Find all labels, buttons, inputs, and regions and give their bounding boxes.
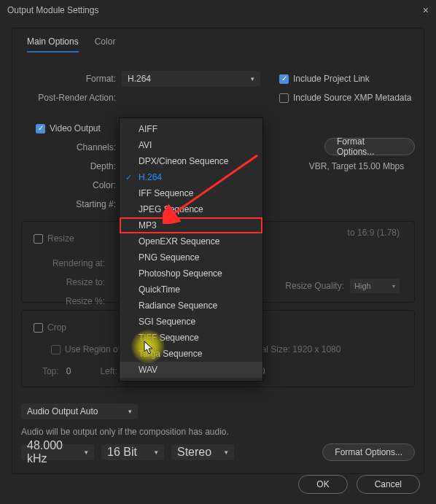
format-option-wav[interactable]: WAV: [120, 362, 262, 378]
resize-quality-value: High: [354, 282, 371, 290]
format-option-sgi-sequence[interactable]: SGI Sequence: [120, 314, 262, 330]
chevron-down-icon: ▾: [251, 75, 254, 82]
row-format: Format: H.264 ▾ Include Project Link: [21, 69, 415, 88]
format-options-button[interactable]: Format Options...: [324, 138, 415, 155]
row-post-render: Post-Render Action: Include Source XMP M…: [21, 88, 415, 107]
format-option-iff-sequence[interactable]: IFF Sequence: [120, 185, 262, 201]
main-panel: Main Options Color Format: H.264 ▾ Inclu…: [12, 28, 424, 474]
audio-output-mode-select[interactable]: Audio Output Auto ▾: [21, 403, 138, 419]
resize-quality-wrap: Resize Quality: High ▾: [285, 279, 400, 293]
checkbox-use-region[interactable]: [51, 345, 61, 354]
label-resize-quality: Resize Quality:: [285, 281, 344, 291]
tabs: Main Options Color: [21, 28, 415, 58]
format-option-aiff[interactable]: AIFF: [120, 121, 262, 137]
label-depth: Depth:: [21, 161, 122, 171]
label-starting: Starting #:: [21, 199, 122, 209]
format-option-targa-sequence[interactable]: Targa Sequence: [120, 346, 262, 362]
row-audio-mode: Audio Output Auto ▾: [21, 402, 415, 421]
format-select[interactable]: H.264 ▾: [122, 71, 260, 87]
format-option-radiance-sequence[interactable]: Radiance Sequence: [120, 298, 262, 314]
label-color: Color:: [21, 180, 122, 190]
crop-top-value[interactable]: 0: [66, 366, 71, 376]
label-video-output: Video Output: [50, 123, 101, 133]
label-resize-to: Resize to:: [48, 277, 111, 287]
checkbox-crop[interactable]: [34, 323, 43, 333]
format-option-h-264[interactable]: H.264: [120, 169, 262, 185]
format-option-mp3[interactable]: MP3: [120, 217, 262, 233]
audio-rate-value: 48.000 kHz: [27, 439, 85, 465]
audio-channels-select[interactable]: Stereo▾: [171, 444, 234, 460]
chevron-down-icon: ▾: [392, 283, 395, 290]
format-dropdown[interactable]: AIFFAVIDPX/Cineon SequenceH.264IFF Seque…: [119, 117, 263, 381]
audio-hint: Audio will be output only if the composi…: [21, 427, 415, 437]
checkbox-include-xmp[interactable]: [279, 93, 289, 103]
audio-depth-value: 16 Bit: [107, 446, 137, 459]
label-resize-pct: Resize %:: [48, 296, 111, 306]
vbr-info: VBR, Target 15.00 Mbps: [298, 161, 415, 171]
tab-main-options[interactable]: Main Options: [27, 36, 79, 53]
include-link-wrap: Include Project Link: [279, 74, 370, 84]
format-option-png-sequence[interactable]: PNG Sequence: [120, 249, 262, 265]
audio-selects: 48.000 kHz▾ 16 Bit▾ Stereo▾ Format Optio…: [21, 444, 415, 460]
resize-quality-select[interactable]: High ▾: [350, 279, 400, 293]
label-format: Format:: [21, 74, 122, 84]
chevron-down-icon: ▾: [155, 449, 158, 456]
checkbox-include-link[interactable]: [279, 74, 289, 84]
label-left: Left:: [100, 366, 117, 376]
audio-mode-value: Audio Output Auto: [27, 406, 98, 416]
close-icon[interactable]: ×: [423, 4, 429, 16]
label-include-link: Include Project Link: [293, 74, 370, 84]
format-option-photoshop-sequence[interactable]: Photoshop Sequence: [120, 265, 262, 282]
footer-buttons: OK Cancel: [298, 475, 420, 494]
tab-color[interactable]: Color: [95, 36, 116, 53]
label-post-render: Post-Render Action:: [21, 93, 122, 103]
label-resize: Resize: [47, 233, 74, 244]
audio-format-options-button[interactable]: Format Options...: [322, 443, 415, 461]
titlebar: Output Module Settings ×: [0, 0, 436, 20]
format-option-avi[interactable]: AVI: [120, 137, 262, 153]
format-option-tiff-sequence[interactable]: TIFF Sequence: [120, 330, 262, 346]
ok-button[interactable]: OK: [298, 475, 347, 494]
chevron-down-icon: ▾: [225, 449, 228, 456]
chevron-down-icon: ▾: [85, 449, 88, 456]
format-option-openexr-sequence[interactable]: OpenEXR Sequence: [120, 233, 262, 249]
format-option-dpx-cineon-sequence[interactable]: DPX/Cineon Sequence: [120, 153, 262, 169]
label-include-xmp: Include Source XMP Metadata: [293, 93, 412, 103]
label-rendering-at: Rendering at:: [48, 258, 111, 268]
label-crop: Crop: [47, 322, 66, 333]
resize-aspect-note: to 16:9 (1.78): [348, 228, 400, 238]
window-title: Output Module Settings: [7, 5, 98, 15]
chevron-down-icon: ▾: [128, 408, 132, 415]
label-channels: Channels:: [21, 142, 122, 152]
audio-channels-value: Stereo: [177, 446, 211, 459]
checkbox-video-output[interactable]: [36, 124, 45, 133]
audio-rate-select[interactable]: 48.000 kHz▾: [21, 444, 94, 460]
format-select-value: H.264: [128, 74, 151, 84]
format-option-quicktime[interactable]: QuickTime: [120, 282, 262, 298]
checkbox-resize[interactable]: [34, 234, 43, 244]
cancel-button[interactable]: Cancel: [357, 475, 420, 494]
include-xmp-wrap: Include Source XMP Metadata: [279, 93, 412, 103]
label-top: Top:: [42, 366, 59, 376]
audio-depth-select[interactable]: 16 Bit▾: [101, 444, 164, 460]
format-option-jpeg-sequence[interactable]: JPEG Sequence: [120, 201, 262, 217]
